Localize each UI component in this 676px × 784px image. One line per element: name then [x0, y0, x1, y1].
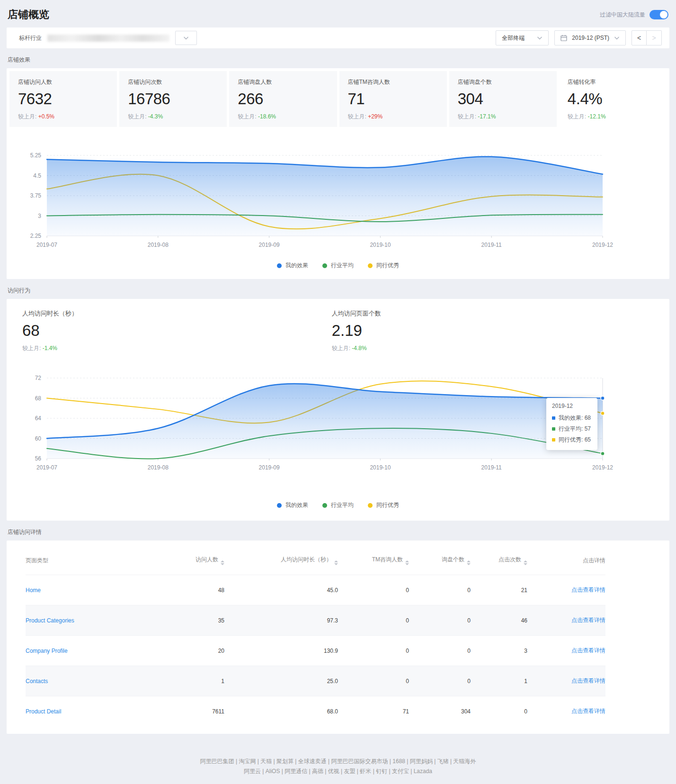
page-type-link[interactable]: Product Detail — [26, 708, 61, 715]
kpi-tile[interactable]: 店铺转化率4.4%较上月: -12.1% — [559, 71, 667, 127]
stat-value: 68 — [22, 322, 332, 340]
prev-month-button[interactable]: < — [632, 30, 647, 45]
legend-item[interactable]: 我的效果 — [277, 261, 308, 270]
kpi-delta: 较上月: +29% — [348, 113, 438, 121]
legend-item[interactable]: 行业平均 — [322, 501, 354, 509]
legend-dot — [368, 263, 373, 268]
legend-label: 同行优秀 — [376, 261, 399, 270]
kpi-delta-value: -12.1% — [588, 113, 606, 120]
kpi-compare-label: 较上月: — [458, 113, 478, 120]
next-month-button[interactable]: > — [647, 30, 662, 45]
kpi-row: 店铺访问人数7632较上月: +0.5%店铺访问次数16786较上月: -4.3… — [7, 68, 669, 130]
terminal-select[interactable]: 全部终端 — [496, 30, 549, 45]
table-cell: 0 — [338, 605, 409, 636]
svg-text:2019-11: 2019-11 — [481, 242, 502, 248]
svg-text:64: 64 — [35, 415, 42, 422]
kpi-delta-value: -18.6% — [258, 113, 276, 120]
stat-label: 人均访问时长（秒） — [22, 309, 332, 318]
sort-icon[interactable] — [221, 560, 224, 565]
tooltip-series-value: 行业平均: 57 — [559, 424, 591, 434]
chevron-down-icon — [183, 36, 189, 40]
table-sort-header[interactable]: 点击次数 — [471, 547, 527, 575]
stat-compare-label: 较上月: — [332, 345, 352, 351]
stat-compare-label: 较上月: — [22, 345, 43, 351]
table-cell: 1 — [168, 666, 224, 696]
legend-item[interactable]: 同行优秀 — [368, 501, 399, 509]
page-footer: 阿里巴巴集团 | 淘宝网 | 天猫 | 聚划算 | 全球速卖通 | 阿里巴巴国际… — [7, 734, 669, 784]
table-header-label: TM咨询人数 — [372, 556, 403, 563]
mainland-traffic-toggle[interactable] — [649, 10, 668, 19]
kpi-delta-value: -4.3% — [148, 113, 163, 120]
table-row: Contacts125.0001点击查看详情 — [26, 666, 605, 696]
effect-chart-legend: 我的效果行业平均同行优秀 — [7, 254, 669, 279]
table-header: 页面类型 — [26, 547, 168, 575]
kpi-tile[interactable]: 店铺TM咨询人数71较上月: +29% — [339, 71, 447, 127]
table-header-label: 访问人数 — [196, 556, 218, 563]
footer-links-alibaba[interactable]: 阿里巴巴集团 | 淘宝网 | 天猫 | 聚划算 | 全球速卖通 | 阿里巴巴国际… — [7, 757, 669, 766]
page-type-link[interactable]: Product Categories — [26, 617, 74, 624]
legend-item[interactable]: 行业平均 — [322, 261, 354, 270]
table-row: Product Detail761168.0713040点击查看详情 — [26, 696, 605, 727]
sort-icon[interactable] — [524, 560, 527, 565]
table-header: 点击详情 — [527, 547, 605, 575]
page-title: 店铺概览 — [8, 8, 49, 22]
view-detail-link[interactable]: 点击查看详情 — [571, 677, 605, 684]
view-detail-link[interactable]: 点击查看详情 — [571, 647, 605, 654]
legend-label: 我的效果 — [285, 501, 308, 509]
view-detail-link[interactable]: 点击查看详情 — [571, 617, 605, 623]
kpi-tile[interactable]: 店铺访问次数16786较上月: -4.3% — [119, 71, 227, 127]
chevron-down-icon — [537, 36, 543, 40]
table-cell: 48 — [168, 575, 224, 605]
table-sort-header[interactable]: 人均访问时长（秒） — [224, 547, 338, 575]
table-header-row: 页面类型访问人数人均访问时长（秒）TM咨询人数询盘个数点击次数点击详情 — [26, 547, 605, 575]
footer-links-products[interactable]: 阿里云 | AliOS | 阿里通信 | 高德 | 优视 | 友盟 | 虾米 |… — [7, 766, 669, 776]
filter-bar: 标杆行业 全部终端 2019-12 (PST) — [7, 27, 669, 48]
table-header-label: 点击详情 — [583, 557, 605, 564]
table-row: Product Categories3597.30046点击查看详情 — [26, 605, 605, 636]
calendar-icon — [560, 35, 567, 41]
view-detail-link[interactable]: 点击查看详情 — [571, 586, 605, 593]
svg-text:2019-12: 2019-12 — [592, 242, 613, 248]
view-detail-link[interactable]: 点击查看详情 — [571, 708, 605, 714]
kpi-value: 4.4% — [568, 90, 658, 108]
legend-item[interactable]: 我的效果 — [277, 501, 308, 509]
kpi-label: 店铺转化率 — [568, 78, 658, 86]
kpi-tile[interactable]: 店铺询盘人数266较上月: -18.6% — [229, 71, 337, 127]
chevron-down-icon — [614, 36, 620, 40]
table-cell: 97.3 — [224, 605, 338, 636]
table-sort-header[interactable]: TM咨询人数 — [338, 547, 409, 575]
sort-icon[interactable] — [405, 560, 409, 565]
kpi-tile[interactable]: 店铺访问人数7632较上月: +0.5% — [9, 71, 117, 127]
industry-label: 标杆行业 — [19, 34, 42, 42]
table-cell: 1 — [471, 666, 527, 696]
table-cell: 68.0 — [224, 696, 338, 727]
svg-text:2019-08: 2019-08 — [148, 242, 169, 248]
sort-icon[interactable] — [334, 560, 338, 565]
tooltip-series-marker — [552, 438, 555, 442]
stat-delta: 较上月: -1.4% — [22, 344, 332, 352]
table-cell: 7611 — [168, 696, 224, 727]
sort-icon[interactable] — [467, 560, 471, 565]
table-cell: 20 — [168, 636, 224, 666]
mainland-traffic-filter: 过滤中国大陆流量 — [600, 10, 668, 19]
table-cell: 0 — [409, 605, 471, 636]
kpi-label: 店铺询盘个数 — [458, 78, 548, 86]
table-sort-header[interactable]: 询盘个数 — [409, 547, 471, 575]
industry-select[interactable] — [175, 31, 197, 45]
table-cell: 0 — [338, 636, 409, 666]
page-type-link[interactable]: Home — [26, 587, 41, 594]
legend-dot — [277, 503, 282, 508]
behavior-panel: 人均访问时长（秒）68较上月: -1.4%人均访问页面个数2.19较上月: -4… — [7, 299, 669, 521]
kpi-value: 304 — [458, 90, 548, 108]
table-sort-header[interactable]: 访问人数 — [168, 547, 224, 575]
page-type-link[interactable]: Company Profile — [26, 648, 68, 654]
kpi-delta: 较上月: +0.5% — [18, 113, 108, 121]
svg-text:72: 72 — [35, 375, 42, 381]
svg-text:2019-12: 2019-12 — [592, 464, 613, 471]
kpi-tile[interactable]: 店铺询盘个数304较上月: -17.1% — [449, 71, 557, 127]
date-picker[interactable]: 2019-12 (PST) — [554, 30, 626, 45]
table-cell: 0 — [338, 666, 409, 696]
kpi-label: 店铺TM咨询人数 — [348, 78, 438, 86]
legend-item[interactable]: 同行优秀 — [368, 261, 399, 270]
page-type-link[interactable]: Contacts — [26, 678, 48, 685]
